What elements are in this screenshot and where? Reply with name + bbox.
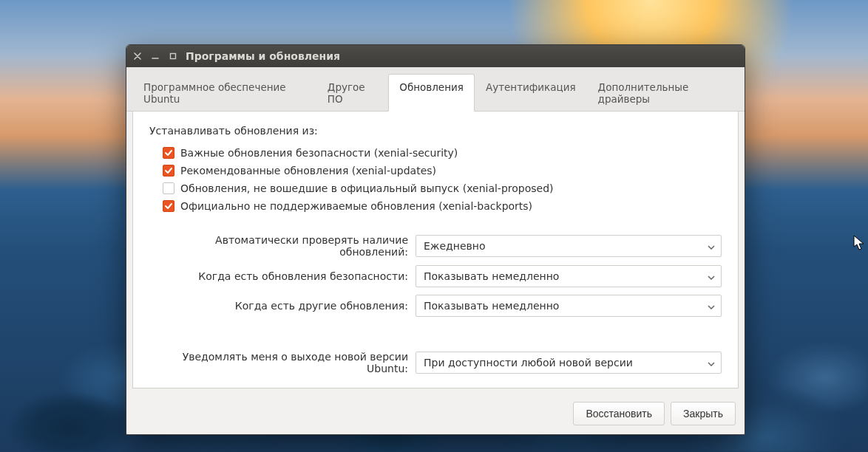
source-row-proposed: Обновления, не вошедшие в официальный вы… [149, 179, 722, 197]
checkbox-security[interactable] [163, 147, 174, 159]
combo-other[interactable]: Показывать немедленно [416, 295, 722, 317]
combo-value: При доступности любой новой версии [424, 357, 633, 369]
combo-auto-check[interactable]: Ежедневно [416, 235, 722, 257]
chevron-down-icon [708, 240, 715, 252]
combo-value: Ежедневно [424, 240, 486, 252]
software-updates-window: Программы и обновления Программное обесп… [126, 44, 745, 435]
source-label: Важные обновления безопасности (xenial-s… [180, 147, 458, 159]
source-row-updates: Рекомендованные обновления (xenial-updat… [149, 162, 722, 179]
tab-other-software[interactable]: Другое ПО [316, 74, 388, 112]
settings-grid: Автоматически проверять наличие обновлен… [149, 234, 722, 374]
tab-authentication[interactable]: Аутентификация [475, 74, 587, 112]
source-row-security: Важные обновления безопасности (xenial-s… [149, 144, 722, 162]
spacer [149, 324, 722, 343]
checkbox-updates[interactable] [163, 165, 174, 177]
maximize-icon[interactable] [168, 51, 178, 61]
combo-security[interactable]: Показывать немедленно [416, 265, 722, 287]
chevron-down-icon [708, 270, 715, 282]
tab-ubuntu-software[interactable]: Программное обеспечение Ubuntu [132, 74, 316, 112]
dialog-footer: Восстановить Закрыть [126, 394, 745, 434]
svg-rect-0 [171, 54, 176, 59]
close-icon[interactable] [132, 51, 143, 61]
combo-value: Показывать немедленно [424, 270, 559, 282]
source-label: Рекомендованные обновления (xenial-updat… [180, 165, 436, 177]
checkbox-proposed[interactable] [163, 182, 174, 194]
chevron-down-icon [708, 300, 715, 312]
checkbox-backports[interactable] [163, 200, 174, 212]
combo-value: Показывать немедленно [424, 300, 559, 312]
install-from-label: Устанавливать обновления из: [149, 125, 722, 137]
source-row-backports: Официально не поддерживаемые обновления … [149, 197, 722, 215]
label-auto-check: Автоматически проверять наличие обновлен… [149, 234, 416, 258]
chevron-down-icon [708, 357, 715, 369]
window-title: Программы и обновления [186, 50, 340, 62]
combo-notify[interactable]: При доступности любой новой версии [416, 352, 722, 374]
updates-panel: Устанавливать обновления из: Важные обно… [132, 112, 739, 388]
tab-updates[interactable]: Обновления [388, 74, 475, 112]
label-other: Когда есть другие обновления: [149, 300, 416, 312]
label-security: Когда есть обновления безопасности: [149, 270, 416, 282]
source-label: Обновления, не вошедшие в официальный вы… [180, 182, 554, 194]
desktop-wallpaper: Программы и обновления Программное обесп… [0, 0, 868, 452]
tab-additional-drivers[interactable]: Дополнительные драйверы [587, 74, 739, 112]
source-label: Официально не поддерживаемые обновления … [180, 200, 532, 212]
close-button[interactable]: Закрыть [671, 402, 736, 425]
revert-button[interactable]: Восстановить [573, 402, 665, 425]
titlebar[interactable]: Программы и обновления [126, 45, 745, 67]
tab-bar: Программное обеспечение Ubuntu Другое ПО… [126, 67, 745, 112]
label-notify: Уведомлять меня о выходе новой версии Ub… [149, 351, 416, 374]
minimize-icon[interactable] [150, 51, 160, 61]
